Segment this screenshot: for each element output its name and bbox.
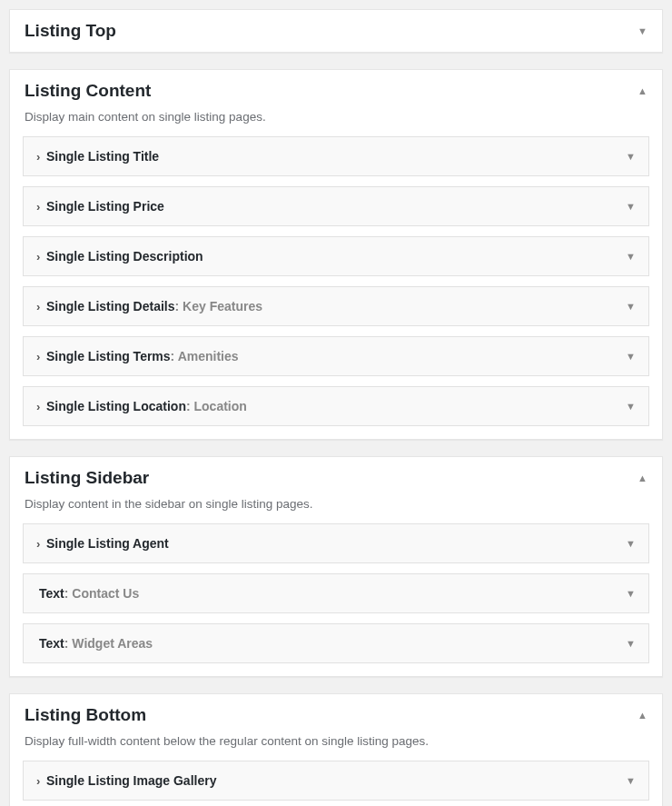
chevron-down-icon: ▼ <box>626 401 636 412</box>
chevron-up-icon: ▲ <box>637 710 647 721</box>
widget-label: › Single Listing Image Gallery <box>36 773 216 788</box>
widget-label-text: Single Listing Description <box>46 249 203 264</box>
widget-label-text: Single Listing Location <box>46 399 186 413</box>
widget-suffix: : Widget Areas <box>64 636 153 651</box>
widget-single-listing-price[interactable]: › Single Listing Price ▼ <box>23 186 649 226</box>
chevron-up-icon: ▲ <box>637 85 647 96</box>
widget-label-text: Text <box>39 636 64 651</box>
chevron-right-icon: › <box>36 200 44 214</box>
widget-label: Text: Contact Us <box>36 586 139 601</box>
widget-single-listing-terms[interactable]: › Single Listing Terms: Amenities ▼ <box>23 336 649 376</box>
section-listing-content: Listing Content ▲ Display main content o… <box>9 69 663 440</box>
chevron-down-icon: ▼ <box>637 25 647 36</box>
widget-label: › Single Listing Price <box>36 199 164 214</box>
widget-single-listing-image-gallery[interactable]: › Single Listing Image Gallery ▼ <box>23 761 649 801</box>
section-listing-bottom: Listing Bottom ▲ Display full-width cont… <box>9 693 663 806</box>
widget-label-text: Single Listing Terms <box>46 349 171 363</box>
widget-label-text: Single Listing Agent <box>46 536 169 551</box>
chevron-right-icon: › <box>36 150 44 164</box>
widget-text-widget-areas[interactable]: Text: Widget Areas ▼ <box>23 623 649 663</box>
section-title: Listing Content <box>25 81 151 101</box>
widget-label: › Single Listing Description <box>36 249 203 264</box>
chevron-down-icon: ▼ <box>626 301 636 312</box>
widget-suffix: : Location <box>186 399 247 413</box>
widget-label-text: Single Listing Details <box>46 299 175 313</box>
chevron-right-icon: › <box>36 300 44 313</box>
widget-suffix: : Key Features <box>175 299 262 313</box>
widget-label: Text: Widget Areas <box>36 636 153 651</box>
section-header-listing-sidebar[interactable]: Listing Sidebar ▲ <box>10 457 662 497</box>
widget-label: › Single Listing Details: Key Features <box>36 299 262 313</box>
section-title: Listing Bottom <box>25 705 146 725</box>
widget-label: › Single Listing Agent <box>36 536 169 551</box>
section-description: Display full-width content below the reg… <box>10 734 662 761</box>
section-header-listing-content[interactable]: Listing Content ▲ <box>10 70 662 110</box>
chevron-down-icon: ▼ <box>626 351 636 362</box>
widget-single-listing-location[interactable]: › Single Listing Location: Location ▼ <box>23 386 649 426</box>
section-description: Display content in the sidebar on single… <box>10 497 662 523</box>
widget-label: › Single Listing Title <box>36 149 159 164</box>
chevron-right-icon: › <box>36 400 44 413</box>
widget-text-contact-us[interactable]: Text: Contact Us ▼ <box>23 573 649 613</box>
section-description: Display main content on single listing p… <box>10 110 662 136</box>
chevron-up-icon: ▲ <box>637 473 647 483</box>
chevron-down-icon: ▼ <box>626 638 636 649</box>
widget-list: › Single Listing Agent ▼ Text: Contact U… <box>10 523 662 676</box>
widget-single-listing-agent[interactable]: › Single Listing Agent ▼ <box>23 523 649 563</box>
widget-label: › Single Listing Terms: Amenities <box>36 349 239 363</box>
chevron-down-icon: ▼ <box>626 538 636 549</box>
widget-single-listing-description[interactable]: › Single Listing Description ▼ <box>23 236 649 276</box>
chevron-down-icon: ▼ <box>626 201 636 212</box>
chevron-down-icon: ▼ <box>626 151 636 162</box>
chevron-down-icon: ▼ <box>626 588 636 599</box>
widget-suffix: : Amenities <box>171 349 239 363</box>
chevron-down-icon: ▼ <box>626 251 636 262</box>
widget-single-listing-title[interactable]: › Single Listing Title ▼ <box>23 136 649 176</box>
widget-list: › Single Listing Title ▼ › Single Listin… <box>10 136 662 439</box>
section-title: Listing Top <box>25 21 116 41</box>
widget-label: › Single Listing Location: Location <box>36 399 247 413</box>
section-title: Listing Sidebar <box>25 468 149 488</box>
widget-suffix: : Contact Us <box>64 586 139 601</box>
section-header-listing-bottom[interactable]: Listing Bottom ▲ <box>10 694 662 734</box>
chevron-down-icon: ▼ <box>626 775 636 786</box>
section-listing-top: Listing Top ▼ <box>9 9 663 53</box>
chevron-right-icon: › <box>36 537 44 551</box>
widget-label-text: Text <box>39 586 64 601</box>
widget-label-text: Single Listing Price <box>46 199 164 214</box>
widget-single-listing-details[interactable]: › Single Listing Details: Key Features ▼ <box>23 286 649 326</box>
widget-list: › Single Listing Image Gallery ▼ <box>10 761 662 806</box>
widget-label-text: Single Listing Title <box>46 149 159 164</box>
section-header-listing-top[interactable]: Listing Top ▼ <box>10 10 662 52</box>
section-listing-sidebar: Listing Sidebar ▲ Display content in the… <box>9 456 663 677</box>
chevron-right-icon: › <box>36 350 44 363</box>
chevron-right-icon: › <box>36 250 44 264</box>
chevron-right-icon: › <box>36 774 44 788</box>
widget-label-text: Single Listing Image Gallery <box>46 773 217 788</box>
